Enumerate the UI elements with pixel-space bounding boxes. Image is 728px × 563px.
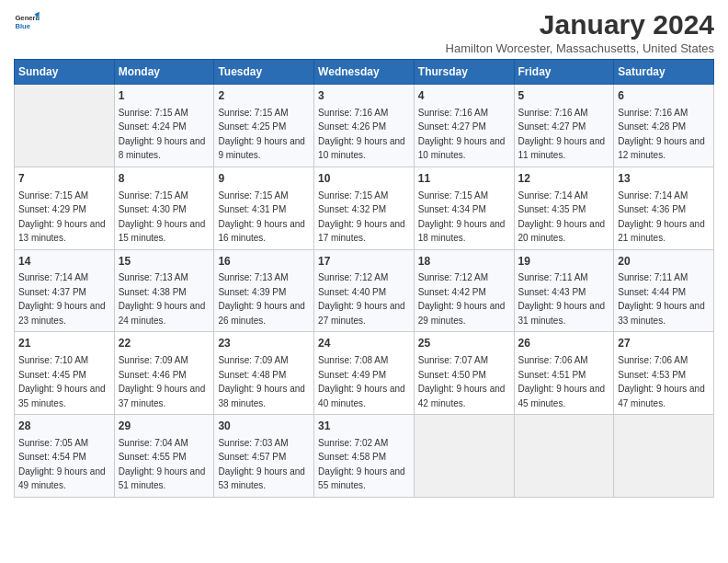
day-cell: 28 Sunrise: 7:05 AMSunset: 4:54 PMDaylig… [15,415,115,498]
day-number: 29 [119,419,210,434]
day-sunrise: Sunrise: 7:12 AMSunset: 4:40 PMDaylight:… [318,272,405,326]
day-number: 21 [18,336,110,351]
day-sunrise: Sunrise: 7:13 AMSunset: 4:39 PMDaylight:… [218,272,305,326]
day-cell: 15 Sunrise: 7:13 AMSunset: 4:38 PMDaylig… [114,249,214,332]
day-cell: 5 Sunrise: 7:16 AMSunset: 4:27 PMDayligh… [514,85,614,167]
day-cell: 8 Sunrise: 7:15 AMSunset: 4:30 PMDayligh… [114,167,214,249]
main-title: January 2024 [446,9,714,40]
day-sunrise: Sunrise: 7:09 AMSunset: 4:46 PMDaylight:… [119,355,206,408]
day-cell: 20 Sunrise: 7:11 AMSunset: 4:44 PMDaylig… [614,249,714,332]
day-sunrise: Sunrise: 7:04 AMSunset: 4:55 PMDaylight:… [119,438,206,491]
day-sunrise: Sunrise: 7:16 AMSunset: 4:27 PMDaylight:… [418,108,506,161]
day-number: 8 [119,171,210,187]
day-number: 7 [18,171,110,187]
day-cell: 11 Sunrise: 7:15 AMSunset: 4:34 PMDaylig… [414,167,514,249]
day-sunrise: Sunrise: 7:15 AMSunset: 4:29 PMDaylight:… [18,190,106,244]
day-cell: 1 Sunrise: 7:15 AMSunset: 4:24 PMDayligh… [114,85,214,167]
day-cell: 19 Sunrise: 7:11 AMSunset: 4:43 PMDaylig… [514,249,614,332]
day-number: 23 [218,336,310,351]
day-sunrise: Sunrise: 7:11 AMSunset: 4:43 PMDaylight:… [518,272,606,326]
day-number: 20 [618,254,710,270]
logo: General Blue [14,9,40,35]
col-saturday: Saturday [614,60,714,85]
day-cell: 14 Sunrise: 7:14 AMSunset: 4:37 PMDaylig… [15,249,115,332]
day-number: 11 [418,171,510,187]
day-cell: 29 Sunrise: 7:04 AMSunset: 4:55 PMDaylig… [114,415,214,498]
day-number: 19 [518,254,610,270]
day-cell: 21 Sunrise: 7:10 AMSunset: 4:45 PMDaylig… [15,332,115,415]
day-sunrise: Sunrise: 7:16 AMSunset: 4:28 PMDaylight:… [618,108,705,161]
day-cell: 12 Sunrise: 7:14 AMSunset: 4:35 PMDaylig… [514,167,614,249]
day-sunrise: Sunrise: 7:08 AMSunset: 4:49 PMDaylight:… [318,355,405,408]
day-cell: 16 Sunrise: 7:13 AMSunset: 4:39 PMDaylig… [214,249,314,332]
day-sunrise: Sunrise: 7:03 AMSunset: 4:57 PMDaylight:… [218,438,305,491]
day-number: 4 [418,88,510,104]
page-container: General Blue January 2024 Hamilton Worce… [0,0,728,507]
day-cell: 22 Sunrise: 7:09 AMSunset: 4:46 PMDaylig… [114,332,214,415]
day-cell [614,415,714,498]
calendar-header: Sunday Monday Tuesday Wednesday Thursday… [15,60,714,85]
day-sunrise: Sunrise: 7:13 AMSunset: 4:38 PMDaylight:… [119,272,206,326]
day-sunrise: Sunrise: 7:15 AMSunset: 4:34 PMDaylight:… [418,190,506,244]
col-wednesday: Wednesday [314,60,415,85]
day-sunrise: Sunrise: 7:15 AMSunset: 4:25 PMDaylight:… [218,108,305,161]
week-row-3: 21 Sunrise: 7:10 AMSunset: 4:45 PMDaylig… [15,332,714,415]
header-row: Sunday Monday Tuesday Wednesday Thursday… [15,60,714,85]
day-cell: 30 Sunrise: 7:03 AMSunset: 4:57 PMDaylig… [214,415,314,498]
day-number: 13 [618,171,710,187]
col-sunday: Sunday [15,60,115,85]
day-cell: 10 Sunrise: 7:15 AMSunset: 4:32 PMDaylig… [314,167,415,249]
day-number: 17 [318,254,410,270]
day-sunrise: Sunrise: 7:14 AMSunset: 4:35 PMDaylight:… [518,190,606,244]
day-cell: 6 Sunrise: 7:16 AMSunset: 4:28 PMDayligh… [614,85,714,167]
day-sunrise: Sunrise: 7:16 AMSunset: 4:27 PMDaylight:… [518,108,606,161]
day-number: 31 [318,419,410,434]
day-sunrise: Sunrise: 7:15 AMSunset: 4:32 PMDaylight:… [318,190,405,244]
day-cell: 17 Sunrise: 7:12 AMSunset: 4:40 PMDaylig… [314,249,415,332]
svg-text:Blue: Blue [15,22,30,30]
day-cell: 26 Sunrise: 7:06 AMSunset: 4:51 PMDaylig… [514,332,614,415]
col-monday: Monday [114,60,214,85]
day-cell: 9 Sunrise: 7:15 AMSunset: 4:31 PMDayligh… [214,167,314,249]
day-cell [514,415,614,498]
day-number: 3 [318,88,410,104]
day-cell: 25 Sunrise: 7:07 AMSunset: 4:50 PMDaylig… [414,332,514,415]
day-sunrise: Sunrise: 7:11 AMSunset: 4:44 PMDaylight:… [618,272,705,326]
calendar-table: Sunday Monday Tuesday Wednesday Thursday… [14,59,714,498]
week-row-1: 7 Sunrise: 7:15 AMSunset: 4:29 PMDayligh… [15,167,714,249]
day-cell: 31 Sunrise: 7:02 AMSunset: 4:58 PMDaylig… [314,415,415,498]
col-tuesday: Tuesday [214,60,314,85]
day-number: 14 [18,254,110,270]
day-cell: 27 Sunrise: 7:06 AMSunset: 4:53 PMDaylig… [614,332,714,415]
day-sunrise: Sunrise: 7:05 AMSunset: 4:54 PMDaylight:… [18,438,106,491]
day-sunrise: Sunrise: 7:12 AMSunset: 4:42 PMDaylight:… [418,272,506,326]
day-number: 18 [418,254,510,270]
day-number: 28 [18,419,110,434]
header: General Blue January 2024 Hamilton Worce… [14,9,714,55]
day-number: 25 [418,336,510,351]
day-sunrise: Sunrise: 7:07 AMSunset: 4:50 PMDaylight:… [418,355,506,408]
day-number: 22 [119,336,210,351]
day-sunrise: Sunrise: 7:14 AMSunset: 4:37 PMDaylight:… [18,272,106,326]
day-sunrise: Sunrise: 7:06 AMSunset: 4:53 PMDaylight:… [618,355,705,408]
day-number: 24 [318,336,410,351]
day-number: 10 [318,171,410,187]
day-number: 26 [518,336,610,351]
day-number: 9 [218,171,310,187]
day-number: 15 [119,254,210,270]
day-cell: 23 Sunrise: 7:09 AMSunset: 4:48 PMDaylig… [214,332,314,415]
day-number: 30 [218,419,310,434]
day-cell [15,85,115,167]
col-friday: Friday [514,60,614,85]
day-sunrise: Sunrise: 7:15 AMSunset: 4:24 PMDaylight:… [119,108,206,161]
day-number: 27 [618,336,710,351]
day-cell: 7 Sunrise: 7:15 AMSunset: 4:29 PMDayligh… [15,167,115,249]
calendar-body: 1 Sunrise: 7:15 AMSunset: 4:24 PMDayligh… [15,85,714,498]
day-sunrise: Sunrise: 7:16 AMSunset: 4:26 PMDaylight:… [318,108,405,161]
day-cell: 13 Sunrise: 7:14 AMSunset: 4:36 PMDaylig… [614,167,714,249]
logo-icon: General Blue [14,9,40,35]
day-number: 5 [518,88,610,104]
day-sunrise: Sunrise: 7:14 AMSunset: 4:36 PMDaylight:… [618,190,705,244]
week-row-0: 1 Sunrise: 7:15 AMSunset: 4:24 PMDayligh… [15,85,714,167]
day-cell: 2 Sunrise: 7:15 AMSunset: 4:25 PMDayligh… [214,85,314,167]
